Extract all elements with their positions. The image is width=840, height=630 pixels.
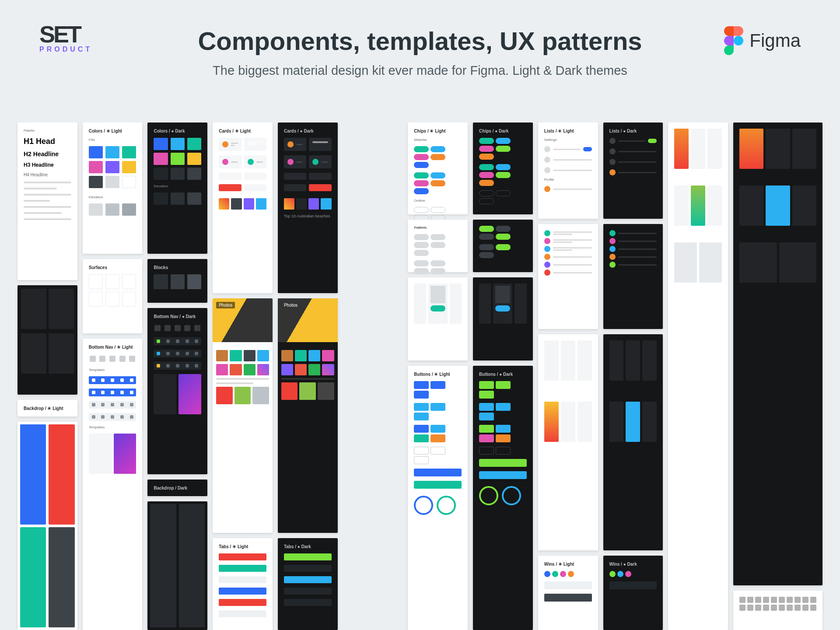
gallery-dark-header-label: Photos [281, 302, 300, 308]
panel-blocks-dark: Blocks [147, 259, 207, 303]
panel-chips-patterns-light: Patterns [408, 220, 468, 272]
panel-colors-light: Colors / ☀ Light Fills Elevation [83, 122, 143, 254]
panel-buttons-dark: Buttons / ● Dark [473, 366, 533, 630]
panel-food-templates-light [668, 122, 728, 630]
panel-wins-dark: Wins / ● Dark [603, 556, 663, 630]
panel-backdrop-templates [18, 422, 77, 630]
panel-bottom-nav-dark: Bottom Nav / ● Dark [147, 308, 207, 474]
panel-typography: Palette H1 Head H2 Headline H3 Headline … [18, 122, 77, 280]
panel-chips-templates-light [408, 277, 468, 360]
typography-h2: H2 Headline [24, 150, 71, 158]
panel-lists-light: Lists / ☀ Light Settings Profile [538, 122, 598, 219]
panel-chips-light: Chips / ☀ Light Material Outline Custom [408, 122, 468, 214]
panel-tabs-dark: Tabs / ● Dark [278, 538, 338, 630]
figma-icon [724, 26, 743, 55]
panel-dark-strip [18, 285, 77, 395]
panel-colors-dark: Colors / ● Dark Elevation [147, 122, 207, 254]
typography-h1: H1 Head [24, 137, 71, 146]
panel-chips-templates-dark [473, 277, 533, 360]
panel-backdrop-dark-header: Backdrop / Dark [147, 480, 207, 496]
panel-food-templates-dark [733, 122, 822, 585]
panel-lists-templates-light [538, 334, 598, 550]
brand-line1: SET [39, 24, 92, 45]
panel-buttons-light: Buttons / ☀ Light [408, 366, 468, 630]
typography-h3: H3 Headline [24, 162, 71, 168]
brand-line2: PRODUCT [39, 46, 92, 53]
brand-figma-logo: Figma [724, 26, 801, 55]
panel-lists-patterns-light [538, 224, 598, 329]
panel-surfaces: Surfaces [83, 259, 143, 333]
panel-cards-dark: Cards / ● Dark Top 10 Australian beaches [278, 122, 338, 293]
panel-wins-light: Wins / ☀ Light [538, 556, 598, 630]
panel-backdrop-light-header: Backdrop / ☀ Light [18, 400, 77, 416]
figma-label: Figma [749, 30, 801, 51]
panel-lists-patterns-dark [603, 224, 663, 329]
hero: SET PRODUCT Components, templates, UX pa… [0, 0, 840, 122]
board: Palette H1 Head H2 Headline H3 Headline … [0, 122, 840, 630]
panel-tabs-light: Tabs / ☀ Light [213, 538, 273, 630]
panel-chips-patterns-dark [473, 220, 533, 272]
panel-title-label: Palette [24, 129, 71, 133]
panel-lists-dark: Lists / ● Dark [603, 122, 663, 219]
panel-icon-sheet [733, 591, 822, 630]
brand-set-logo: SET PRODUCT [39, 24, 92, 53]
panel-gallery-dark: Photos [278, 298, 338, 533]
panel-chips-dark: Chips / ● Dark [473, 122, 533, 214]
panel-backdrop-dark [147, 501, 207, 630]
panel-gallery-light: Photos [213, 298, 273, 533]
gallery-header-label: Photos [216, 302, 235, 308]
page-title: Components, templates, UX patterns [39, 26, 801, 56]
panel-cards-light: Cards / ☀ Light [213, 122, 273, 293]
page-subtitle: The biggest material design kit ever mad… [39, 63, 801, 78]
panel-bottom-nav-light: Bottom Nav / ☀ Light Templates Templates [83, 339, 143, 630]
typography-h4: H4 Headline [24, 172, 71, 177]
panel-lists-templates-dark [603, 334, 663, 550]
